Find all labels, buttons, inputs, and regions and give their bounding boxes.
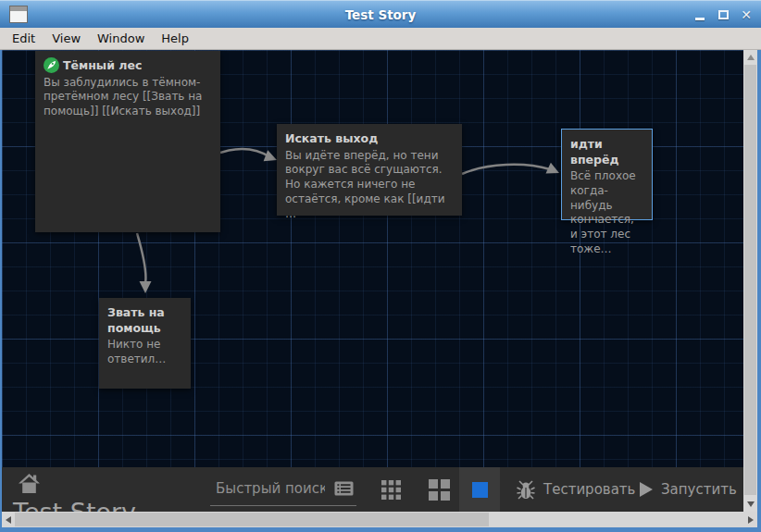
- passage-dark-forest[interactable]: Тёмный лес Вы заблудились в тёмном-претё…: [35, 51, 220, 232]
- grid-3x3-icon: [381, 480, 401, 500]
- passage-title: Искать выход: [285, 131, 378, 147]
- passage-find-exit[interactable]: Искать выход Вы идёте вперёд, но тени во…: [277, 124, 462, 216]
- app-window: Test Story ✕ Edit View Window Help: [0, 0, 761, 532]
- vertical-scroll-thumb[interactable]: [744, 65, 756, 495]
- story-map-canvas[interactable]: Тёмный лес Вы заблудились в тёмном-претё…: [2, 50, 743, 512]
- scroll-up-arrow[interactable]: [747, 55, 755, 60]
- passage-go-forward[interactable]: идти вперёд Всё плохое когда-нибудь конч…: [561, 129, 653, 220]
- run-button[interactable]: Запустить: [639, 467, 737, 512]
- run-button-label: Запустить: [661, 481, 737, 498]
- rocket-badge-icon: [44, 57, 59, 73]
- test-button[interactable]: Тестировать: [516, 467, 635, 512]
- home-button[interactable]: [16, 471, 42, 495]
- story-title: Test Story: [13, 498, 136, 512]
- menu-bar: Edit View Window Help: [0, 28, 761, 50]
- story-toolbar: Test Story ▴: [2, 467, 743, 512]
- scroll-right-arrow[interactable]: [748, 516, 754, 524]
- close-button[interactable]: ✕: [739, 7, 754, 22]
- scroll-left-arrow[interactable]: [6, 516, 11, 524]
- search-input[interactable]: [216, 480, 325, 497]
- passage-title: идти вперёд: [570, 137, 643, 167]
- minimize-button[interactable]: [692, 7, 707, 22]
- window-controls: ✕: [692, 1, 754, 29]
- horizontal-scrollbar[interactable]: [2, 512, 757, 527]
- passage-title-row: Тёмный лес: [44, 58, 212, 74]
- passage-excerpt: Всё плохое когда-нибудь кончается, и это…: [570, 169, 643, 257]
- zoom-small-button[interactable]: [370, 467, 411, 512]
- blue-square-icon: [472, 482, 488, 498]
- menu-edit[interactable]: Edit: [4, 30, 44, 47]
- passage-call-help[interactable]: Звать на помощь Никто не ответил…: [99, 298, 191, 389]
- menu-help[interactable]: Help: [153, 30, 197, 47]
- bug-icon: [516, 479, 536, 501]
- grid-2x2-icon: [429, 479, 450, 501]
- horizontal-scroll-thumb[interactable]: [15, 513, 489, 526]
- home-icon: [18, 473, 41, 494]
- minimize-icon: [695, 18, 705, 20]
- menu-window[interactable]: Window: [89, 30, 153, 47]
- maximize-button[interactable]: [716, 7, 730, 22]
- quick-search-box[interactable]: [210, 475, 356, 506]
- maximize-icon: [718, 10, 729, 19]
- window-title: Test Story: [0, 7, 761, 22]
- passage-excerpt: Вы идёте вперёд, но тени вокруг вас всё …: [285, 149, 454, 222]
- keyboard-icon: [334, 481, 354, 496]
- test-button-label: Тестировать: [543, 481, 635, 498]
- close-icon: ✕: [741, 7, 752, 22]
- story-title-menu[interactable]: Test Story ▴: [13, 498, 150, 512]
- scroll-down-arrow[interactable]: [747, 501, 755, 507]
- vertical-scrollbar[interactable]: [743, 50, 757, 512]
- passage-title: Звать на помощь: [107, 305, 182, 336]
- window-icon: [9, 6, 28, 23]
- zoom-large-button[interactable]: [459, 467, 500, 512]
- zoom-medium-button[interactable]: [418, 467, 459, 512]
- menu-view[interactable]: View: [44, 30, 89, 47]
- play-icon: [639, 481, 654, 498]
- passage-excerpt: Вы заблудились в тёмном-претёмном лесу […: [44, 76, 212, 119]
- title-bar: Test Story ✕: [0, 0, 761, 28]
- passage-title: Тёмный лес: [63, 58, 142, 74]
- passage-excerpt: Никто не ответил…: [107, 338, 182, 367]
